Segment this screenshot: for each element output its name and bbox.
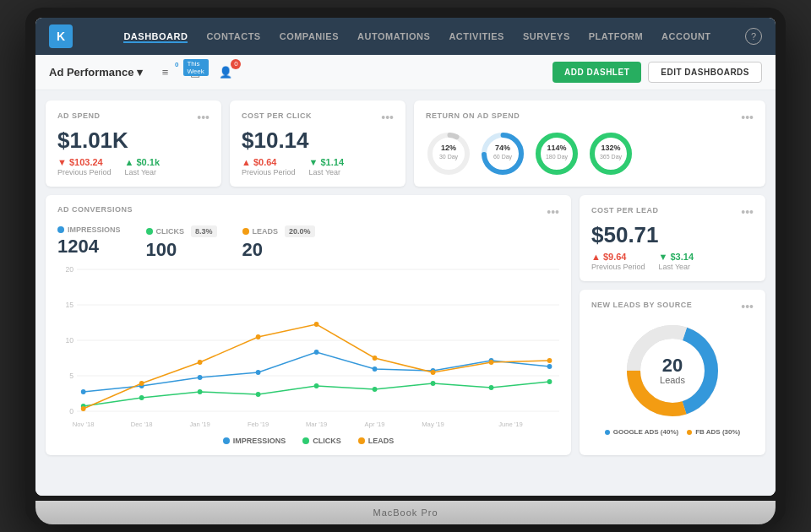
nav-activities[interactable]: ACTIVITIES: [449, 30, 504, 43]
svg-point-30: [314, 350, 319, 355]
svg-point-47: [256, 334, 261, 339]
impressions-metric: IMPRESSIONS 1204: [57, 225, 121, 261]
leads-badge: 20.0%: [285, 225, 315, 237]
roas-365day: 132% 365 Day: [588, 131, 634, 176]
cpl-year-change: ▼ $3.14: [659, 252, 694, 262]
cpl-prev-label: Previous Period: [591, 263, 645, 271]
new-leads-menu[interactable]: •••: [741, 300, 754, 313]
ad-spend-prev-label: Previous Period: [57, 168, 112, 176]
cpc-subs: ▲ $0.64 Previous Period ▼ $1.14 Last Yea…: [242, 157, 394, 176]
cpc-menu[interactable]: •••: [381, 111, 394, 124]
roas-card: RETURN ON AD SPEND ••• 12% 30 Day: [414, 100, 765, 187]
impressions-value: 1204: [57, 236, 121, 258]
ad-spend-year-label: Last Year: [125, 168, 160, 176]
nav-contacts[interactable]: CONTACTS: [206, 30, 260, 43]
svg-text:60 Day: 60 Day: [493, 154, 513, 160]
nav-right: ?: [745, 28, 762, 45]
nav-items: DASHBOARD CONTACTS COMPANIES AUTOMATIONS…: [90, 30, 745, 43]
svg-text:Jan '19: Jan '19: [189, 421, 210, 428]
svg-point-31: [373, 366, 378, 372]
edit-dashboards-button[interactable]: EDIT DASHBOARDS: [648, 62, 762, 83]
nav-automations[interactable]: AUTOMATIONS: [357, 30, 430, 43]
cpl-value: $50.71: [591, 222, 754, 248]
roas-circles: 12% 30 Day 74% 60 Day: [426, 131, 754, 176]
laptop-frame: K DASHBOARD CONTACTS COMPANIES AUTOMATIO…: [25, 8, 786, 524]
toolbar-icons: ≡ 0 ▣ This Week 👤 0: [153, 62, 237, 83]
roas-365day-circle: 132% 365 Day: [588, 131, 634, 176]
svg-point-45: [139, 381, 144, 386]
cpc-prev-label: Previous Period: [242, 168, 296, 176]
svg-text:0: 0: [69, 407, 73, 415]
cpl-prev: ▲ $9.64 Previous Period: [591, 252, 645, 271]
cpl-prev-change: ▲ $9.64: [591, 252, 645, 262]
cpl-subs: ▲ $9.64 Previous Period ▼ $3.14 Last Yea…: [591, 252, 754, 271]
svg-point-37: [198, 389, 203, 394]
this-week-badge: This Week: [183, 59, 209, 76]
user-icon-btn[interactable]: 👤 0: [214, 62, 237, 83]
cpl-menu[interactable]: •••: [741, 205, 754, 219]
svg-text:74%: 74%: [495, 144, 510, 152]
user-icon: 👤: [219, 66, 232, 79]
ad-spend-prev: ▼ $103.24 Previous Period: [57, 157, 112, 176]
chart-menu[interactable]: •••: [547, 205, 559, 219]
nav-account[interactable]: ACCOUNT: [661, 30, 711, 43]
nav-dashboard[interactable]: DASHBOARD: [123, 30, 188, 43]
cpl-year-label: Last Year: [659, 263, 694, 271]
clicks-dot: [146, 228, 153, 235]
chart-metrics: IMPRESSIONS 1204 CLICKS 8.3% 100: [57, 225, 559, 261]
leads-legend: GOOGLE ADS (40%) FB ADS (30%): [591, 428, 754, 436]
ad-spend-card: AD SPEND ••• $1.01K ▼ $103.24 Previous P…: [46, 100, 221, 187]
help-button[interactable]: ?: [745, 28, 762, 45]
donut-chart-wrap: 20 Leads: [622, 320, 723, 421]
roas-menu[interactable]: •••: [741, 111, 754, 124]
ad-spend-year: ▲ $0.1k Last Year: [125, 157, 160, 176]
calendar-icon-btn[interactable]: ▣ This Week: [183, 62, 207, 83]
donut-label: Leads: [660, 375, 685, 385]
nav-companies[interactable]: COMPANIES: [280, 30, 339, 43]
cpc-prev: ▲ $0.64 Previous Period: [242, 157, 296, 176]
main-row: AD CONVERSIONS ••• IMPRESSIONS 1204: [46, 195, 765, 455]
cpl-card: COST PER LEAD ••• $50.71 ▲ $9.64 Previou…: [580, 195, 765, 281]
svg-text:Feb '19: Feb '19: [248, 421, 269, 428]
google-ads-dot: [605, 430, 610, 435]
roas-label: RETURN ON AD SPEND: [426, 111, 520, 120]
toolbar-right: ADD DASHLET EDIT DASHBOARDS: [552, 62, 762, 83]
svg-point-51: [489, 360, 494, 365]
svg-point-40: [373, 387, 378, 392]
ad-spend-menu[interactable]: •••: [197, 111, 210, 124]
svg-point-44: [81, 406, 86, 411]
svg-text:12%: 12%: [441, 144, 456, 152]
roas-30day-circle: 12% 30 Day: [426, 131, 471, 176]
toolbar: Ad Performance ▾ ≡ 0 ▣ This Week 👤 0: [35, 55, 776, 90]
svg-point-48: [314, 322, 319, 327]
macbook-label: MacBook Pro: [373, 508, 438, 518]
nav-platform[interactable]: PLATFORM: [589, 30, 643, 43]
chart-header: AD CONVERSIONS •••: [57, 205, 559, 219]
line-chart: 20 15 10 5 0: [57, 261, 559, 430]
leads-metric: LEADS 20.0% 20: [242, 225, 315, 261]
svg-text:365 Day: 365 Day: [600, 154, 623, 160]
donut-total: 20: [660, 356, 685, 375]
clicks-label: CLICKS 8.3%: [146, 225, 217, 237]
cpc-prev-change: ▲ $0.64: [242, 157, 296, 167]
cpc-year: ▼ $1.14 Last Year: [309, 157, 344, 176]
legend-leads-dot: [358, 437, 365, 444]
ad-spend-year-change: ▲ $0.1k: [125, 157, 160, 167]
svg-text:15: 15: [66, 301, 74, 309]
dashboard-selector[interactable]: Ad Performance ▾: [49, 66, 143, 79]
svg-text:114%: 114%: [547, 144, 566, 152]
svg-point-29: [256, 370, 261, 375]
leads-label: LEADS 20.0%: [242, 225, 315, 237]
stats-row: AD SPEND ••• $1.01K ▼ $103.24 Previous P…: [46, 100, 765, 187]
filter-icon-btn[interactable]: ≡ 0: [153, 62, 177, 83]
ad-conversions-card: AD CONVERSIONS ••• IMPRESSIONS 1204: [46, 195, 571, 455]
cpl-year: ▼ $3.14 Last Year: [659, 252, 694, 271]
add-dashlet-button[interactable]: ADD DASHLET: [552, 62, 641, 83]
laptop-base: MacBook Pro: [35, 501, 776, 524]
svg-point-36: [139, 395, 144, 400]
nav-surveys[interactable]: SURVEYS: [523, 30, 570, 43]
impressions-label: IMPRESSIONS: [57, 225, 121, 234]
legend-leads: LEADS: [358, 437, 395, 445]
svg-point-39: [314, 383, 319, 388]
svg-point-28: [198, 375, 203, 380]
